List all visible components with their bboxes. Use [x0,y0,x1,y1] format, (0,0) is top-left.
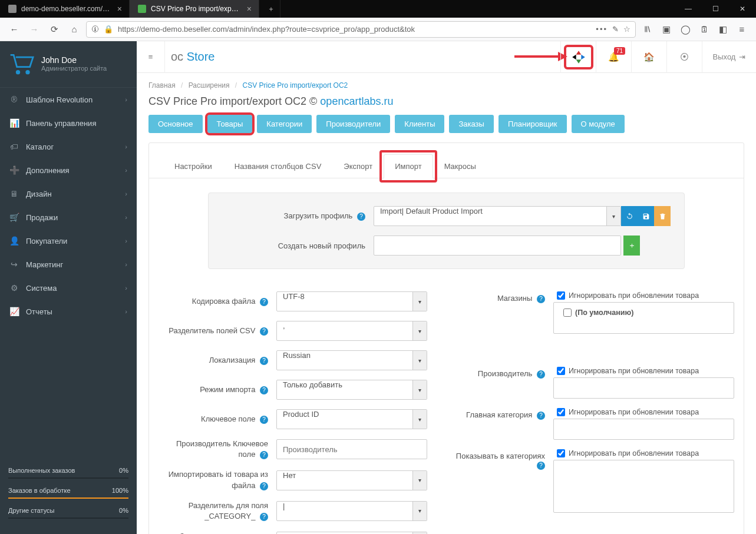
subtab-columns[interactable]: Названия столбцов CSV [223,154,333,178]
key-field-select[interactable]: Product ID▾ [276,409,427,429]
ext-icon[interactable]: 🗓 [696,21,712,38]
library-icon[interactable] [639,21,656,38]
window-minimize-button[interactable]: — [675,0,702,18]
fill-parent-select[interactable]: Нет▾ [276,532,427,534]
sidebar-item-catalog[interactable]: 🏷Каталог› [0,135,137,158]
stat-bar [8,497,128,499]
browser-tab-inactive[interactable]: demo-demo.beseller.com/mu… × [0,0,130,18]
sidebar-item-dashboard[interactable]: 📊Панель управления [0,111,137,135]
create-profile-input[interactable] [374,236,621,256]
subtab-import[interactable]: Импорт [384,154,433,178]
encoding-select[interactable]: UTF-8▾ [276,291,427,311]
sidebar-icon[interactable]: ▣ [658,21,675,38]
topbar-home-button[interactable]: 🏠 [631,41,666,73]
help-icon[interactable]: ? [537,295,545,303]
load-profile-label: Загрузить профиль ? [209,211,374,221]
default-store-checkbox[interactable]: (По умолчанию) [560,309,728,317]
help-icon[interactable]: ? [260,451,268,459]
sidebar-item-system[interactable]: ⚙Система› [0,276,137,300]
nav-back-button[interactable]: ← [6,21,22,38]
svg-point-1 [25,70,29,74]
ext2-icon[interactable]: ◧ [715,21,731,38]
help-icon[interactable]: ? [260,482,268,490]
ignore-checkbox-maincat[interactable]: Игнорировать при обновлении товара [553,408,734,416]
main-category-input[interactable] [553,419,734,440]
profile-add-button[interactable]: ＋ [623,236,640,256]
manufacturer-input[interactable] [553,377,734,399]
chevron-down-icon: ▾ [606,207,620,225]
nav-reload-button[interactable]: ⟳ [46,21,62,38]
tab-orders[interactable]: Заказы [449,115,493,133]
profile-refresh-button[interactable] [621,206,638,226]
profile-save-button[interactable] [638,206,654,226]
manufacturer-key-input[interactable] [276,439,427,459]
hamburger-button[interactable]: ≡ [137,41,165,73]
home-icon: 🏠 [643,52,655,62]
topbar-notifications[interactable]: 🔔 71 [596,41,631,73]
tab-close-icon[interactable]: × [116,4,123,14]
reader-icon[interactable]: ✎ [612,25,619,34]
breadcrumb-current[interactable]: CSV Price Pro import/export OC2 [243,81,348,89]
tab-about[interactable]: О модуле [572,115,625,133]
window-maximize-button[interactable]: ☐ [702,0,729,18]
help-icon[interactable]: ? [357,213,365,221]
ignore-checkbox-showcat[interactable]: Игнорировать при обновлении товара [553,449,734,457]
sidebar-item-sales[interactable]: 🛒Продажи› [0,205,137,229]
sidebar-item-template[interactable]: ®Шаблон Revolution› [0,88,137,111]
tab-manufacturers[interactable]: Производители [316,115,390,133]
subtab-macros[interactable]: Макросы [433,154,487,178]
profile-delete-button[interactable] [654,206,671,226]
subtab-settings[interactable]: Настройки [163,154,223,178]
help-icon[interactable]: ? [260,416,268,424]
sidebar-item-marketing[interactable]: ↪Маркетинг› [0,253,137,276]
title-link[interactable]: opencartlabs.ru [320,95,393,107]
browser-tab-active[interactable]: CSV Price Pro import/export OC2 × [130,0,259,18]
sidebar-item-reports[interactable]: 📈Отчеты› [0,300,137,323]
nav-forward-button[interactable]: → [26,21,42,38]
tab-close-icon[interactable]: × [246,4,253,14]
category-delimiter-select[interactable]: |▾ [276,501,427,521]
locale-select[interactable]: Russian▾ [276,350,427,370]
topbar-lens-button[interactable] [560,41,596,73]
tab-customers[interactable]: Клиенты [395,115,444,133]
bookmark-star-icon[interactable]: ☆ [623,25,630,34]
import-mode-select[interactable]: Только добавить▾ [276,380,427,400]
url-more-icon[interactable]: ••• [596,25,608,34]
topbar-logout-button[interactable]: Выход⇥ [702,41,756,73]
help-icon[interactable]: ? [260,298,268,306]
subtab-export[interactable]: Экспорт [332,154,384,178]
help-icon[interactable]: ? [260,513,268,521]
sidebar-item-extensions[interactable]: ➕Дополнения› [0,158,137,182]
breadcrumb-ext[interactable]: Расширения [189,81,230,89]
help-icon[interactable]: ? [537,412,545,420]
topbar-support-button[interactable]: ⦿ [666,41,702,73]
window-close-button[interactable]: ✕ [729,0,756,18]
stores-list[interactable]: (По умолчанию) [553,302,734,334]
tab-products[interactable]: Товары [207,115,253,133]
delimiter-select[interactable]: ,▾ [276,321,427,341]
help-icon[interactable]: ? [260,386,268,394]
menu-icon[interactable]: ≡ [734,21,750,38]
breadcrumb-home[interactable]: Главная [148,81,176,89]
show-categories-input[interactable] [553,460,734,513]
import-id-select[interactable]: Нет▾ [276,470,427,490]
chevron-right-icon: › [125,167,127,174]
new-tab-button[interactable]: ＋ [259,0,280,18]
profile-select[interactable]: Import| Default Product Import ▾ [374,206,621,226]
nav-home-button[interactable]: ⌂ [66,21,82,38]
ignore-checkbox-stores[interactable]: Игнорировать при обновлении товара [553,291,734,300]
tab-scheduler[interactable]: Планировщик [499,115,567,133]
gear-icon: ⚙ [9,283,19,293]
help-icon[interactable]: ? [537,462,545,470]
help-icon[interactable]: ? [260,357,268,365]
tab-categories[interactable]: Категории [257,115,312,133]
account-icon[interactable]: ◯ [677,21,694,38]
help-icon[interactable]: ? [260,327,268,336]
tab-main[interactable]: Основное [148,115,203,133]
help-icon[interactable]: ? [537,370,545,379]
url-field[interactable]: 🛈 🔒 https://demo-demo.beseller.com/admin… [86,21,636,38]
sidebar-item-customers[interactable]: 👤Покупатели› [0,229,137,253]
sidebar-item-design[interactable]: 🖥Дизайн› [0,182,137,205]
ignore-checkbox-mfr[interactable]: Игнорировать при обновлении товара [553,367,734,375]
profile-well: Загрузить профиль ? Import| Default Prod… [208,193,685,269]
